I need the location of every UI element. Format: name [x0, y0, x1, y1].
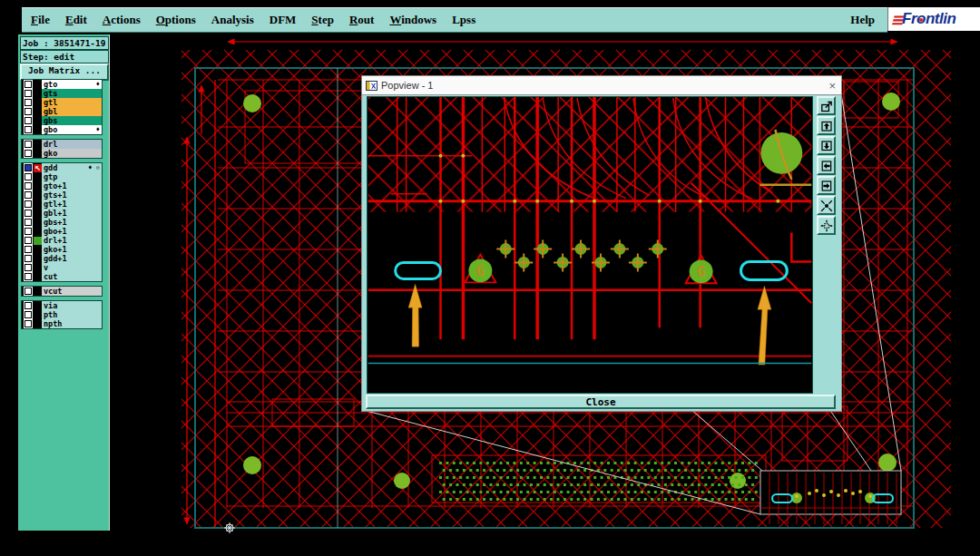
layer-name: gts+1	[42, 190, 102, 200]
layer-row-gbo[interactable]: gbo♦	[22, 125, 102, 134]
fit-view-button[interactable]	[817, 196, 836, 215]
layer-row-gbs+1[interactable]: gbs+1	[22, 218, 102, 227]
layer-visibility-checkbox[interactable]	[24, 228, 32, 235]
layer-visibility-checkbox[interactable]	[24, 126, 32, 133]
pan-down-icon	[820, 140, 833, 152]
layer-visibility-checkbox[interactable]	[24, 219, 32, 226]
layer-name: gdd♦ ▫	[42, 163, 102, 172]
popout-icon	[820, 100, 833, 112]
layer-name: via	[42, 301, 102, 310]
layer-name: gto♦	[42, 80, 102, 89]
layer-row-gto+1[interactable]: gto+1	[22, 181, 102, 190]
menu-edit[interactable]: Edit	[65, 13, 87, 27]
layer-row-npth[interactable]: npth	[22, 319, 102, 328]
layer-group: ↖gdd♦ ▫gtpgto+1gts+1gtl+1gbl+1gbs+1gbo+1…	[21, 162, 103, 282]
menu-analysis[interactable]: Analysis	[211, 13, 254, 27]
layer-visibility-checkbox[interactable]	[24, 117, 32, 124]
layer-row-gtl+1[interactable]: gtl+1	[22, 200, 102, 209]
layer-visibility-checkbox[interactable]	[24, 150, 32, 157]
layer-row-pth[interactable]: pth	[22, 310, 102, 319]
layer-visibility-checkbox[interactable]	[24, 90, 32, 97]
layer-row-gts[interactable]: gts	[22, 89, 102, 98]
pan-right-button[interactable]	[817, 176, 836, 195]
layer-flag-icon: ♦ ▫	[88, 163, 102, 172]
layer-row-gbs[interactable]: gbs	[22, 116, 102, 125]
layer-name: gbo+1	[42, 227, 102, 236]
app-window: FileEditActionsOptionsAnalysisDFMStepRou…	[0, 0, 980, 556]
layer-row-via[interactable]: via	[22, 301, 102, 310]
layer-row-gdd+1[interactable]: gdd+1	[22, 254, 102, 263]
layer-name: drl+1	[42, 236, 102, 245]
highlight-arrow-right	[758, 286, 771, 365]
layer-row-gts+1[interactable]: gts+1	[22, 190, 102, 200]
layer-row-gto[interactable]: gto♦	[22, 80, 102, 89]
layer-visibility-checkbox[interactable]	[24, 246, 32, 253]
popview-toolbar	[817, 96, 838, 235]
menu-rout[interactable]: Rout	[349, 13, 374, 27]
popview-body: G G Close	[362, 95, 841, 411]
layer-visibility-checkbox[interactable]	[24, 288, 32, 295]
layer-group: vcut	[21, 286, 103, 297]
layer-row-vcut[interactable]: vcut	[22, 287, 102, 296]
center-view-button[interactable]	[817, 216, 836, 235]
layer-visibility-checkbox[interactable]	[24, 273, 32, 280]
layer-visibility-checkbox[interactable]	[24, 264, 32, 271]
layer-name: npth	[42, 319, 102, 328]
layer-visibility-checkbox[interactable]	[24, 255, 32, 262]
pan-up-button[interactable]	[817, 116, 836, 135]
layer-group: gto♦gtsgtlgblgbsgbo♦	[21, 79, 103, 135]
menu-step[interactable]: Step	[311, 13, 334, 27]
pan-right-icon	[820, 180, 833, 192]
pan-left-button[interactable]	[817, 156, 836, 175]
layer-row-gbl+1[interactable]: gbl+1	[22, 209, 102, 218]
popout-button[interactable]	[817, 96, 836, 115]
layer-row-v[interactable]: v	[22, 263, 102, 272]
popview-window-icon	[366, 81, 377, 91]
layer-row-gtp[interactable]: gtp	[22, 172, 102, 181]
menu-dfm[interactable]: DFM	[270, 13, 297, 27]
popview-titlebar[interactable]: Popview - 1 ×	[362, 76, 841, 95]
layer-name: gdd+1	[42, 254, 102, 263]
layer-visibility-checkbox[interactable]	[24, 182, 32, 190]
layer-visibility-checkbox[interactable]	[24, 200, 32, 208]
layer-row-gko[interactable]: gko	[22, 149, 102, 158]
layer-flag-icon: ♦	[96, 125, 102, 134]
menu-actions[interactable]: Actions	[103, 13, 141, 27]
svg-text:G: G	[697, 263, 706, 280]
layer-visibility-checkbox[interactable]	[24, 311, 32, 318]
layer-row-gtl[interactable]: gtl	[22, 98, 102, 107]
pan-down-button[interactable]	[817, 136, 836, 155]
layer-name: gts	[42, 89, 102, 98]
layer-visibility-checkbox[interactable]	[24, 320, 32, 327]
popview-pcb-detail[interactable]: G G	[368, 97, 812, 393]
fit-view-icon	[820, 200, 833, 212]
layer-visibility-checkbox[interactable]	[24, 237, 32, 244]
layer-visibility-checkbox[interactable]	[24, 173, 32, 180]
layer-visibility-checkbox[interactable]	[24, 302, 32, 309]
pan-up-icon	[820, 120, 833, 132]
layer-visibility-checkbox[interactable]	[24, 210, 32, 217]
layer-visibility-checkbox[interactable]	[24, 164, 32, 171]
menu-windows[interactable]: Windows	[389, 13, 436, 27]
layer-row-drl[interactable]: drl	[22, 140, 102, 149]
layer-row-gbo+1[interactable]: gbo+1	[22, 227, 102, 236]
layer-name: cut	[42, 272, 102, 281]
layer-row-gdd[interactable]: ↖gdd♦ ▫	[22, 163, 102, 172]
menu-file[interactable]: File	[31, 13, 50, 27]
layer-name: gbs	[42, 116, 102, 125]
layer-row-cut[interactable]: cut	[22, 272, 102, 281]
layer-row-gbl[interactable]: gbl	[22, 107, 102, 116]
layer-visibility-checkbox[interactable]	[24, 99, 32, 106]
popview-close-icon[interactable]: ×	[828, 79, 836, 93]
popview-close-button[interactable]: Close	[366, 395, 836, 409]
layer-visibility-checkbox[interactable]	[24, 108, 32, 115]
menu-lpss[interactable]: Lpss	[452, 13, 475, 27]
layer-visibility-checkbox[interactable]	[24, 141, 32, 148]
menu-options[interactable]: Options	[156, 13, 196, 27]
menu-help[interactable]: Help	[850, 13, 875, 27]
active-layer-marker: ↖	[34, 164, 42, 172]
layer-visibility-checkbox[interactable]	[24, 191, 32, 199]
layer-row-drl+1[interactable]: drl+1	[22, 236, 102, 245]
layer-visibility-checkbox[interactable]	[24, 81, 32, 88]
layer-row-gko+1[interactable]: gko+1	[22, 245, 102, 254]
